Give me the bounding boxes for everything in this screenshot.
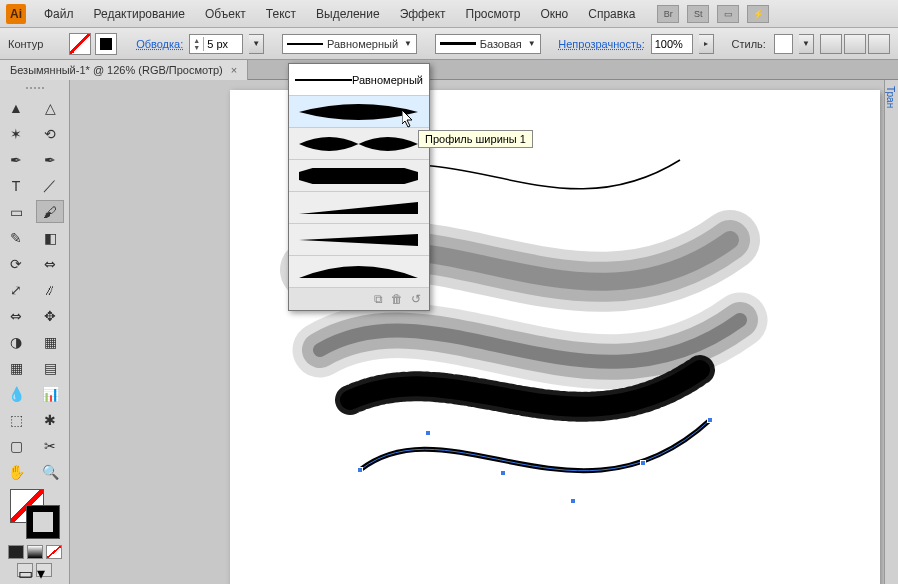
zoom-tool[interactable]: 🔍 [36,460,64,483]
scale-tool[interactable]: ⤢ [2,278,30,301]
pencil-tool[interactable]: ✎ [2,226,30,249]
brush-label: Базовая [480,38,522,50]
menu-effect[interactable]: Эффект [390,3,456,25]
save-profile-icon[interactable]: ⧉ [374,292,383,306]
menu-text[interactable]: Текст [256,3,306,25]
bridge-icon[interactable]: Br [657,5,679,23]
reflect-tool[interactable]: ⇔ [36,252,64,275]
close-tab-icon[interactable]: × [231,64,237,76]
style-swatch[interactable] [774,34,793,54]
style-label: Стиль: [732,38,766,50]
stroke-swatch[interactable] [95,33,117,55]
shear-tool[interactable]: ⫽ [36,278,64,301]
magic-wand-tool[interactable]: ✶ [2,122,30,145]
profile-dropdown-footer: ⧉ 🗑 ↺ [289,288,429,310]
gpu-icon[interactable]: ⚡ [747,5,769,23]
type-tool[interactable]: T [2,174,30,197]
stock-icon[interactable]: St [687,5,709,23]
opacity-field[interactable] [651,34,693,54]
profile-width-2[interactable] [289,128,429,160]
menu-help[interactable]: Справка [578,3,645,25]
fill-swatch[interactable] [69,33,91,55]
opacity-label[interactable]: Непрозрачность: [558,38,644,50]
profile-width-3[interactable] [289,160,429,192]
screen-mode-button[interactable]: ▭ [17,563,33,577]
stroke-weight-dropdown[interactable]: ▼ [249,34,264,54]
anchor-point[interactable] [570,498,576,504]
free-transform-tool[interactable]: ✥ [36,304,64,327]
perspective-tool[interactable]: ▦ [36,330,64,353]
profile-width-4[interactable] [289,192,429,224]
profile-width-5[interactable] [289,224,429,256]
menu-object[interactable]: Объект [195,3,256,25]
stroke-label[interactable]: Обводка: [136,38,183,50]
toolbox: ▲△✶⟲✒✒T／▭🖌✎◧⟳⇔⤢⫽⇔✥◑▦▦▤💧📊⬚✱▢✂✋🔍 ▭ ▾ [0,80,70,584]
anchor-point[interactable] [500,470,506,476]
stroke-weight-input[interactable] [204,35,242,53]
paintbrush-tool[interactable]: 🖌 [36,200,64,223]
stroke-weight-field[interactable]: ▲▼ [189,34,243,54]
rectangle-tool[interactable]: ▭ [2,200,30,223]
artboard-tool[interactable]: ▢ [2,434,30,457]
width-profile-dropdown: Равномерный ⧉ 🗑 ↺ [288,63,430,311]
line-tool[interactable]: ／ [36,174,64,197]
gradient-mode-button[interactable] [27,545,43,559]
opacity-input[interactable] [652,35,692,53]
right-panel-tab[interactable]: Тран [885,80,896,108]
selected-path-highlight [360,420,710,471]
symbol-sprayer-tool[interactable]: ✱ [36,408,64,431]
anchor-point[interactable] [707,417,713,423]
profile-width-6[interactable] [289,256,429,288]
tooltip: Профиль ширины 1 [418,130,533,148]
hand-tool[interactable]: ✋ [2,460,30,483]
menu-view[interactable]: Просмотр [456,3,531,25]
reset-profile-icon[interactable]: ↺ [411,292,421,306]
color-mode-button[interactable] [8,545,24,559]
align-button[interactable] [844,34,866,54]
add-anchor-tool[interactable]: ✒ [36,148,64,171]
style-dropdown[interactable]: ▼ [799,34,814,54]
shape-builder-tool[interactable]: ◑ [2,330,30,353]
menu-bar: Ai Файл Редактирование Объект Текст Выде… [0,0,898,28]
gradient-tool[interactable]: ▤ [36,356,64,379]
eraser-tool[interactable]: ◧ [36,226,64,249]
anchor-point[interactable] [357,467,363,473]
arrange-icon[interactable]: ▭ [717,5,739,23]
menu-file[interactable]: Файл [34,3,84,25]
slice-tool[interactable]: ✂ [36,434,64,457]
opacity-dropdown[interactable]: ▸ [699,34,714,54]
fill-stroke-indicator[interactable] [10,489,60,539]
width-profile-select[interactable]: Равномерный ▼ [282,34,417,54]
document-tab[interactable]: Безымянный-1* @ 126% (RGB/Просмотр) × [0,60,248,80]
canvas-area[interactable]: Тран [70,80,898,584]
delete-profile-icon[interactable]: 🗑 [391,292,403,306]
menu-edit[interactable]: Редактирование [84,3,195,25]
profile-uniform[interactable]: Равномерный [289,64,429,96]
width-tool[interactable]: ⇔ [2,304,30,327]
eyedropper-tool[interactable]: 💧 [2,382,30,405]
measure-tool[interactable]: 📊 [36,382,64,405]
cursor-icon [402,110,414,128]
brush-select[interactable]: Базовая ▼ [435,34,541,54]
mesh-tool[interactable]: ▦ [2,356,30,379]
lasso-tool[interactable]: ⟲ [36,122,64,145]
blend-tool[interactable]: ⬚ [2,408,30,431]
workspace: ▲△✶⟲✒✒T／▭🖌✎◧⟳⇔⤢⫽⇔✥◑▦▦▤💧📊⬚✱▢✂✋🔍 ▭ ▾ [0,80,898,584]
selection-tool[interactable]: ▲ [2,96,30,119]
recolor-button[interactable] [820,34,842,54]
direct-selection-tool[interactable]: △ [36,96,64,119]
anchor-point[interactable] [640,460,646,466]
selected-path-stroke[interactable] [360,420,710,471]
pen-tool[interactable]: ✒ [2,148,30,171]
menu-window[interactable]: Окно [530,3,578,25]
document-tab-title: Безымянный-1* @ 126% (RGB/Просмотр) [10,64,223,76]
change-screen-button[interactable]: ▾ [36,563,52,577]
transform-button[interactable] [868,34,890,54]
document-tab-bar: Безымянный-1* @ 126% (RGB/Просмотр) × [0,60,898,80]
none-mode-button[interactable] [46,545,62,559]
width-profile-label: Равномерный [327,38,398,50]
menu-select[interactable]: Выделение [306,3,390,25]
rotate-tool[interactable]: ⟳ [2,252,30,275]
anchor-point[interactable] [425,430,431,436]
right-panel[interactable]: Тран [884,80,898,584]
